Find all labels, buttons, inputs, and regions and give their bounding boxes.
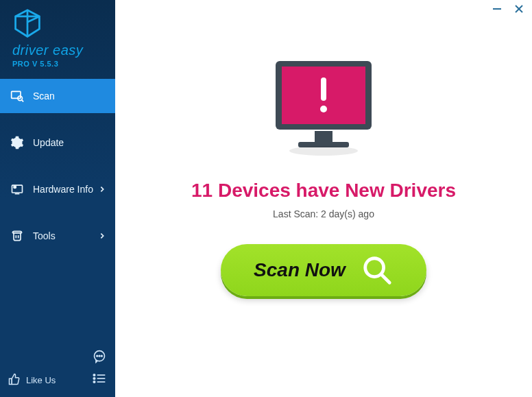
minimize-icon	[492, 4, 502, 16]
menu-button[interactable]	[92, 372, 107, 387]
thumbs-up-icon	[8, 373, 21, 387]
feedback-button[interactable]	[92, 350, 107, 365]
svg-point-15	[97, 355, 98, 357]
chat-icon	[93, 350, 106, 366]
main-panel: 11 Devices have New Drivers Last Scan: 2…	[115, 0, 532, 397]
sidebar-nav: Scan Update i	[0, 79, 115, 265]
content-area: 11 Devices have New Drivers Last Scan: 2…	[115, 0, 532, 296]
scan-now-label: Scan Now	[254, 259, 346, 281]
svg-point-22	[93, 381, 95, 383]
app-logo-icon	[12, 8, 115, 41]
svg-point-33	[320, 106, 327, 112]
svg-rect-13	[10, 378, 12, 384]
sidebar-item-label: Update	[33, 137, 106, 148]
sidebar-item-tools[interactable]: Tools	[0, 219, 115, 253]
minimize-button[interactable]	[491, 4, 503, 16]
hardware-info-icon: i	[10, 182, 25, 197]
titlebar-controls	[491, 4, 525, 16]
sidebar-item-label: Scan	[33, 91, 106, 101]
close-icon	[514, 4, 524, 16]
gear-icon	[10, 135, 25, 150]
chevron-right-icon	[99, 186, 106, 193]
like-us-label: Like Us	[26, 375, 56, 385]
magnifier-icon	[361, 254, 394, 287]
last-scan-text: Last Scan: 2 day(s) ago	[273, 208, 374, 219]
like-us-button[interactable]: Like Us	[8, 373, 56, 387]
chevron-right-icon	[99, 232, 106, 239]
app-window: driver easy PRO V 5.5.3 Scan	[0, 0, 532, 397]
tools-icon	[10, 228, 25, 243]
svg-rect-29	[315, 131, 332, 142]
brand-name: driver easy	[12, 43, 115, 58]
close-button[interactable]	[513, 4, 525, 16]
svg-text:i: i	[14, 185, 15, 189]
status-illustration	[262, 55, 385, 165]
brand-version: PRO V 5.5.3	[12, 60, 115, 68]
svg-point-18	[93, 374, 95, 376]
svg-point-31	[289, 146, 358, 156]
svg-point-17	[101, 355, 103, 357]
svg-point-16	[99, 355, 100, 357]
svg-line-6	[22, 100, 23, 102]
svg-rect-4	[12, 91, 21, 98]
svg-point-20	[93, 378, 95, 380]
sidebar-item-label: Hardware Info	[33, 184, 99, 195]
svg-rect-32	[321, 77, 326, 101]
brand-block: driver easy PRO V 5.5.3	[0, 0, 115, 75]
sidebar-footer: Like Us	[0, 344, 115, 397]
list-icon	[93, 372, 106, 387]
sidebar: driver easy PRO V 5.5.3 Scan	[0, 0, 115, 397]
sidebar-item-update[interactable]: Update	[0, 125, 115, 160]
sidebar-item-label: Tools	[33, 230, 99, 241]
monitor-alert-icon	[265, 57, 382, 163]
scan-now-button[interactable]: Scan Now	[221, 244, 426, 296]
sidebar-item-scan[interactable]: Scan	[0, 79, 115, 113]
status-headline: 11 Devices have New Drivers	[191, 180, 456, 202]
scan-icon	[10, 88, 25, 104]
sidebar-item-hardware[interactable]: i Hardware Info	[0, 172, 115, 206]
footer-icon-group	[92, 350, 107, 387]
svg-line-35	[382, 275, 390, 283]
